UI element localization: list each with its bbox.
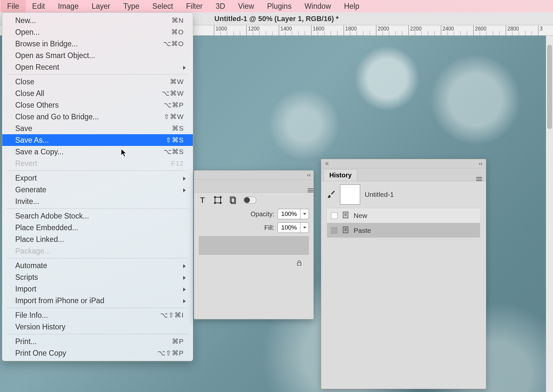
- menuitem-label: Open Recent: [15, 63, 184, 72]
- panel-menu-icon[interactable]: [308, 188, 313, 192]
- menuitem-shortcut: ⌥⇧⌘P: [158, 349, 184, 357]
- menuitem-import-from-iphone-or-ipad[interactable]: Import from iPhone or iPad: [2, 295, 193, 306]
- menuitem-close-others[interactable]: Close Others⌥⌘P: [2, 99, 193, 111]
- chevron-down-icon[interactable]: [300, 209, 309, 219]
- opacity-label: Opacity:: [251, 210, 274, 218]
- history-panel[interactable]: ✕ ‹‹ History Untitled-1 NewPaste: [321, 159, 486, 389]
- history-checkbox[interactable]: [331, 212, 337, 219]
- menuitem-label: Automate: [15, 261, 184, 270]
- menuitem-place-linked[interactable]: Place Linked...: [2, 233, 193, 245]
- menuitem-save[interactable]: Save⌘S: [2, 123, 193, 134]
- menuitem-file-info[interactable]: File Info...⌥⇧⌘I: [2, 309, 193, 321]
- chevron-right-icon: [183, 261, 186, 270]
- menuitem-label: Save a Copy...: [15, 148, 164, 156]
- menuitem-print-one-copy[interactable]: Print One Copy⌥⇧⌘P: [2, 347, 193, 359]
- fill-select[interactable]: 100%: [277, 222, 309, 233]
- menuitem-label: Place Embedded...: [15, 223, 184, 232]
- menuitem-open-recent[interactable]: Open Recent: [2, 61, 193, 73]
- menuitem-label: Invite...: [15, 197, 184, 206]
- menuitem-shortcut: ⇧⌘S: [166, 136, 184, 144]
- brush-icon: [326, 190, 335, 199]
- menuitem-invite[interactable]: Invite...: [2, 196, 193, 207]
- menuitem-print[interactable]: Print...⌘P: [2, 336, 193, 347]
- menuitem-place-embedded[interactable]: Place Embedded...: [2, 222, 193, 233]
- menuitem-label: Close and Go to Bridge...: [15, 113, 164, 121]
- menu-image[interactable]: Image: [52, 0, 85, 12]
- collapse-icon[interactable]: ‹‹: [307, 172, 311, 178]
- menu-3d[interactable]: 3D: [209, 0, 231, 12]
- panel-menu-icon[interactable]: [476, 177, 482, 181]
- menuitem-automate[interactable]: Automate: [2, 260, 193, 271]
- document-title[interactable]: Untitled-1 @ 50% (Layer 1, RGB/16) *: [214, 15, 338, 23]
- scrollbar-thumb[interactable]: [547, 45, 552, 129]
- menuitem-generate[interactable]: Generate: [2, 184, 193, 196]
- menuitem-save-a-copy[interactable]: Save a Copy...⌥⌘S: [2, 146, 193, 158]
- menuitem-shortcut: ⌘W: [170, 78, 184, 86]
- menuitem-label: Import from iPhone or iPad: [15, 296, 184, 305]
- history-row-paste[interactable]: Paste: [327, 223, 480, 238]
- layers-panel[interactable]: ‹‹ T Opacity: 100% Fill: 100%: [194, 170, 314, 319]
- collapse-icon[interactable]: ‹‹: [479, 160, 483, 167]
- menuitem-search-adobe-stock[interactable]: Search Adobe Stock...: [2, 210, 193, 222]
- menuitem-label: File Info...: [15, 311, 160, 320]
- menu-file[interactable]: File: [1, 0, 26, 12]
- menuitem-label: Version History: [15, 323, 184, 331]
- svg-point-2: [214, 196, 216, 198]
- tab-history[interactable]: History: [324, 169, 357, 181]
- menuitem-open-as-smart-object[interactable]: Open as Smart Object...: [2, 50, 193, 61]
- menu-type[interactable]: Type: [117, 0, 146, 12]
- menuitem-close-and-go-to-bridge[interactable]: Close and Go to Bridge...⇧⌘W: [2, 111, 193, 123]
- chevron-down-icon[interactable]: [300, 222, 309, 233]
- fill-value: 100%: [278, 224, 300, 231]
- menuitem-version-history[interactable]: Version History: [2, 321, 193, 333]
- menuitem-close[interactable]: Close⌘W: [2, 76, 193, 88]
- opacity-select[interactable]: 100%: [277, 209, 309, 219]
- history-checkbox[interactable]: [331, 227, 337, 234]
- menuitem-shortcut: ⌘P: [172, 338, 184, 345]
- menuitem-import[interactable]: Import: [2, 283, 193, 295]
- chevron-right-icon: [183, 185, 186, 194]
- transform-icon[interactable]: [214, 196, 222, 204]
- panel-header[interactable]: ‹‹: [194, 171, 313, 180]
- menu-plugins[interactable]: Plugins: [261, 0, 298, 12]
- menuitem-scripts[interactable]: Scripts: [2, 271, 193, 283]
- menuitem-shortcut: ⌥⇧⌘I: [160, 311, 184, 319]
- menuitem-label: Close All: [15, 89, 162, 98]
- type-tool-icon[interactable]: T: [199, 196, 207, 204]
- menuitem-export[interactable]: Export: [2, 172, 193, 184]
- close-icon[interactable]: ✕: [324, 160, 329, 167]
- menuitem-close-all[interactable]: Close All⌥⌘W: [2, 88, 193, 99]
- history-row-new[interactable]: New: [327, 208, 480, 223]
- history-document-row[interactable]: Untitled-1: [321, 181, 486, 208]
- menu-filter[interactable]: Filter: [180, 0, 209, 12]
- history-row-label: New: [354, 212, 367, 220]
- menuitem-save-as[interactable]: Save As...⇧⌘S: [2, 134, 193, 146]
- menuitem-shortcut: ⌘S: [172, 125, 184, 132]
- menuitem-browse-in-bridge[interactable]: Browse in Bridge...⌥⌘O: [2, 38, 193, 50]
- menu-layer[interactable]: Layer: [85, 0, 117, 12]
- menuitem-open[interactable]: Open...⌘O: [2, 26, 193, 38]
- artboard-icon[interactable]: [229, 196, 237, 204]
- menuitem-package: Package...: [2, 245, 193, 257]
- menuitem-label: Scripts: [15, 273, 184, 282]
- menuitem-shortcut: ⇧⌘W: [164, 113, 184, 121]
- layer-row[interactable]: [199, 236, 309, 255]
- menu-help[interactable]: Help: [337, 0, 366, 12]
- menu-window[interactable]: Window: [298, 0, 337, 12]
- lock-icon[interactable]: [296, 259, 302, 268]
- ruler-tick: 3: [538, 25, 543, 35]
- menuitem-shortcut: ⌘N: [171, 17, 184, 24]
- menuitem-label: Print...: [15, 337, 172, 346]
- svg-point-4: [214, 202, 216, 204]
- menu-edit[interactable]: Edit: [26, 0, 52, 12]
- menu-select[interactable]: Select: [146, 0, 180, 12]
- menuitem-new[interactable]: New...⌘N: [2, 15, 193, 26]
- menu-view[interactable]: View: [232, 0, 261, 12]
- menuitem-label: New...: [15, 16, 171, 25]
- panel-header[interactable]: ✕ ‹‹: [321, 159, 486, 168]
- menuitem-shortcut: ⌥⌘O: [163, 40, 184, 48]
- vertical-scrollbar[interactable]: [546, 25, 553, 392]
- menuitem-label: Place Linked...: [15, 235, 184, 244]
- lock-transparency-toggle[interactable]: [243, 196, 256, 204]
- history-row-label: Paste: [354, 227, 371, 234]
